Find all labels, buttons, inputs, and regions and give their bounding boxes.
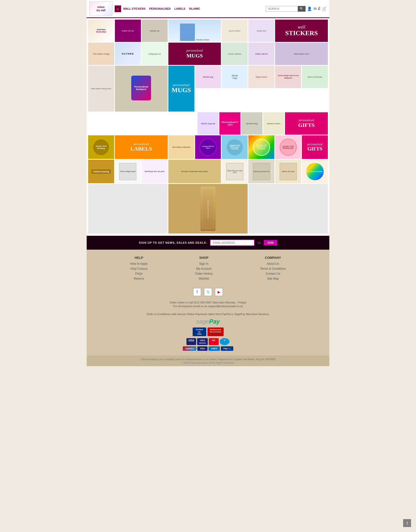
personalised-labels-label: personalised LABELS — [129, 141, 153, 153]
product-cell[interactable]: Tree sticker orange — [88, 43, 114, 65]
product-cell[interactable]: Some things have to be Believed — [275, 66, 301, 88]
product-cell[interactable]: AISHA mug — [195, 66, 221, 88]
logo-text: colourmy wall — [96, 5, 105, 12]
product-cell[interactable]: Wall sticker living room — [88, 66, 114, 112]
nav-personalised[interactable]: PERSONALISED — [148, 6, 172, 11]
footer-link-order-history[interactable]: Order History — [195, 272, 213, 275]
product-cell[interactable]: Arabic text art — [115, 20, 141, 42]
product-cell[interactable]: MILEY mug owl — [198, 112, 219, 135]
footer-link-how-to-apply[interactable]: How to Apply — [130, 262, 148, 266]
header: colourmy wall ⌂ WALL STICKERS PERSONALIS… — [87, 0, 329, 18]
product-cell[interactable]: ADAM'S 8TH BIRTHDAY THANKS — [222, 135, 248, 159]
product-cell[interactable]: Queenie bag — [241, 112, 262, 135]
product-cell[interactable]: Personalised T-shirt — [219, 112, 240, 135]
video-icon[interactable]: ▶ — [215, 288, 223, 296]
footer-link-faqs[interactable]: FAQs — [130, 272, 148, 275]
product-cell[interactable]: Quote sticker — [222, 20, 248, 42]
maestro-badge: maestro — [183, 346, 196, 351]
email-signup-input[interactable] — [210, 239, 255, 246]
currency-icon[interactable]: £ — [318, 6, 320, 11]
product-cell[interactable]: ADAM'S 8TH BIRTHDAY THANKS — [248, 135, 274, 159]
product-cell[interactable]: Wall sticker room — [275, 43, 328, 65]
product-cell-bookmark[interactable]: Bismillah prayer bookmark — [168, 184, 248, 234]
twitter-icon[interactable]: 𝕏 — [204, 288, 212, 296]
logo[interactable]: colourmy wall — [89, 1, 113, 16]
footer-link-contact[interactable]: Contact Us — [260, 272, 286, 275]
paypal-badge: PayPal — [221, 346, 233, 351]
product-cell[interactable]: Wooden bookmark with prayer — [168, 160, 221, 183]
account-icon[interactable]: 👤 — [307, 6, 312, 11]
search-button[interactable]: 🔍 — [298, 6, 306, 12]
mastercard-card: MC — [209, 338, 219, 345]
verified-badges: Verified byVISA MasterCardSecureCode — [87, 327, 329, 336]
contact-info: Order online or call 0121 663 0097 (9am-… — [87, 300, 329, 310]
personalised-mugs-label: personalised MUGS — [170, 82, 192, 95]
banner-personalised-gifts[interactable]: personalised GIFTS — [285, 112, 328, 135]
product-cell[interactable]: Islamic geometric tile — [248, 160, 274, 183]
product-cell[interactable]: Aliyah sticker — [248, 66, 274, 88]
email-text: For all enquiries email us on support@co… — [87, 305, 329, 308]
product-cell[interactable]: PersonalisedBackpack — [115, 66, 168, 112]
visa-card: VISA — [186, 338, 196, 345]
banner-wall-stickers[interactable]: wall STICKERS — [275, 20, 328, 42]
social-bar: f 𝕏 ▶ — [87, 288, 329, 300]
maestro-card: ✦ — [220, 338, 230, 345]
product-cell[interactable]: Nicolamug — [222, 66, 248, 88]
nav-islamic[interactable]: ISLAMIC — [187, 6, 202, 11]
nav-wall-stickers[interactable]: WALL STICKERS — [122, 6, 147, 11]
phone-text: Order online or call 0121 663 0097 (9am-… — [87, 301, 329, 304]
product-cell[interactable]: personalised MUGS — [168, 43, 221, 65]
product-cell[interactable]: RainRuya tree art print — [142, 160, 168, 183]
footer-link-wishlist[interactable]: Wishlist — [195, 277, 213, 280]
product-cell[interactable]: Photo collage frame — [115, 160, 141, 183]
product-cell[interactable]: Abdul Rahman date label — [222, 160, 248, 183]
footer-link-about[interactable]: About Us — [260, 262, 286, 266]
product-cell[interactable]: Arabic wall art — [248, 43, 274, 65]
mastercard-secure-badge: MasterCardSecureCode — [208, 327, 224, 336]
footer-shop-column: SHOP Sign In My Account Order History Wi… — [195, 256, 213, 282]
product-cell[interactable]: Fatima keyring — [88, 160, 114, 183]
footer-link-signin[interactable]: Sign In — [195, 262, 213, 266]
grid-row-6: Fatima keyring Photo collage frame RainR… — [88, 160, 328, 183]
header-right: 🔍 👤 ✉ £ 🛒 — [266, 6, 327, 12]
footer-link-sitemap[interactable]: Site Map — [260, 277, 286, 280]
product-cell[interactable]: Anna's 21st Birthday — [88, 135, 114, 159]
cart-icon[interactable]: 🛒 — [322, 6, 327, 11]
nav-labels[interactable]: LABELS — [173, 6, 187, 11]
product-cell[interactable]: Islamic art cards — [275, 160, 301, 183]
wall-stickers-label: wall STICKERS — [285, 25, 318, 37]
product-cell[interactable]: AASIYAH04.04.2013 — [88, 20, 114, 42]
facebook-icon[interactable]: f — [193, 288, 201, 296]
footer: SIGN UP TO GET NEWS, SALES AND DEALS: ✉ … — [87, 236, 329, 366]
product-cell[interactable]: Flower stickers — [222, 43, 248, 65]
product-cell[interactable]: HATHEN — [115, 43, 141, 65]
grid-row-1: AASIYAH04.04.2013 Arabic text art Kitche… — [88, 20, 328, 42]
payment-section: Order in Confidence with Secure Online P… — [87, 310, 329, 356]
product-cell[interactable]: Star labels multicolor — [168, 135, 194, 159]
footer-company-column: COMPANY About Us Terms & Conditions Cont… — [260, 256, 286, 282]
product-cell[interactable]: Circular art mandala — [302, 160, 328, 183]
email-icon[interactable]: ✉ — [313, 6, 317, 11]
grid-row-7: Bismillah prayer bookmark — [88, 184, 328, 234]
banner-personalised-gifts-2[interactable]: personalised GIFTS — [302, 135, 328, 159]
footer-link-account[interactable]: My Account — [195, 267, 213, 270]
footer-link-terms[interactable]: Terms & Conditions — [260, 267, 286, 270]
home-button[interactable]: ⌂ — [115, 5, 121, 12]
join-button[interactable]: JOIN — [264, 240, 277, 245]
product-cell[interactable]: Arabic text — [248, 20, 274, 42]
product-cell[interactable]: Zainab cushion — [263, 112, 284, 135]
product-cell[interactable]: Khadija Mehndi label — [195, 135, 221, 159]
product-cell[interactable]: Window sticker — [168, 20, 221, 42]
payment-cards-2: maestro VISA AMEX PayPal — [87, 346, 329, 351]
banner-personalised-labels[interactable]: personalised LABELS — [115, 135, 168, 159]
product-cell[interactable]: Jennifer's 15th Birthday label — [275, 135, 301, 159]
product-cell[interactable]: Calligraphy art — [142, 43, 168, 65]
signup-text: SIGN UP TO GET NEWS, SALES AND DEALS: — [139, 241, 207, 244]
footer-link-returns[interactable]: Returns — [130, 277, 148, 280]
product-cell[interactable]: Kitchen art — [142, 20, 168, 42]
search-input[interactable] — [266, 6, 298, 12]
product-cell[interactable]: Merry Christmas — [302, 66, 328, 88]
banner-personalised-mugs[interactable]: personalised MUGS — [168, 66, 194, 112]
footer-link-vinyl[interactable]: Vinyl Colours — [130, 267, 148, 270]
footer-company-title: COMPANY — [260, 256, 286, 260]
